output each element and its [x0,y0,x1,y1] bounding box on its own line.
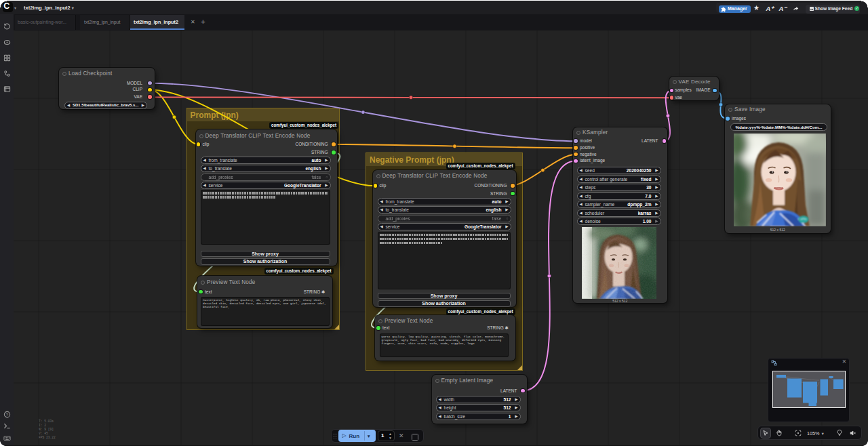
svg-text:?: ? [6,413,9,417]
